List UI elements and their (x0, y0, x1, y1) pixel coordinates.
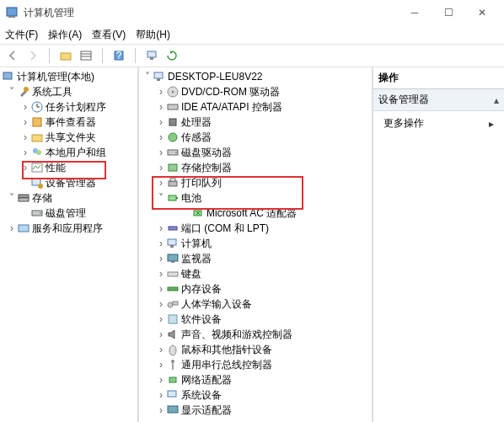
collapse-icon[interactable]: ˅ (142, 71, 153, 83)
device-category[interactable]: ›传感器 (139, 130, 372, 145)
device-label: 键盘 (181, 267, 201, 281)
menu-help[interactable]: 帮助(H) (136, 28, 170, 42)
device-category[interactable]: ˅电池 (139, 190, 372, 206)
device-category[interactable]: ›声音、视频和游戏控制器 (139, 327, 372, 342)
device-category[interactable]: ›鼠标和其他指针设备 (139, 342, 372, 357)
close-button[interactable]: ✕ (465, 0, 499, 25)
device-root[interactable]: ˅ DESKTOP-LEU8V22 (139, 69, 372, 84)
expand-icon[interactable]: › (156, 359, 166, 371)
svg-rect-16 (32, 135, 42, 142)
expand-icon[interactable]: › (156, 101, 166, 113)
minimize-button[interactable]: ─ (398, 0, 432, 25)
menu-view[interactable]: 查看(V) (92, 28, 126, 42)
expand-icon[interactable]: › (156, 268, 166, 280)
device-category[interactable]: ›端口 (COM 和 LPT) (139, 221, 372, 236)
device-category[interactable]: Microsoft AC 适配器 (139, 206, 372, 221)
device-category[interactable]: ›IDE ATA/ATAPI 控制器 (139, 99, 372, 115)
device-category[interactable]: ›DVD/CD-ROM 驱动器 (139, 84, 372, 99)
actions-subheader[interactable]: 设备管理器 ▴ (373, 89, 504, 111)
svg-point-21 (38, 184, 43, 189)
device-category[interactable]: ›通用串行总线控制器 (139, 357, 372, 372)
expand-icon[interactable]: › (156, 131, 166, 143)
expand-icon[interactable]: › (156, 238, 166, 249)
expand-icon[interactable]: › (156, 147, 166, 158)
expand-icon[interactable]: › (156, 253, 166, 264)
expand-icon[interactable]: › (156, 389, 166, 401)
tree-shared-folders[interactable]: › 共享文件夹 (0, 130, 137, 145)
device-category[interactable]: ›软件设备 (139, 312, 372, 327)
computer-mgmt-icon (2, 70, 15, 83)
tree-performance[interactable]: › 性能 (0, 160, 137, 175)
expand-icon[interactable]: › (156, 116, 166, 128)
svg-rect-27 (154, 72, 163, 78)
device-category[interactable]: ›磁盘驱动器 (139, 145, 372, 160)
expand-icon[interactable]: › (156, 404, 166, 416)
menu-action[interactable]: 操作(A) (48, 28, 82, 42)
folder-icon[interactable] (58, 48, 73, 63)
expand-icon[interactable]: › (156, 313, 166, 325)
device-label: 打印队列 (181, 176, 222, 190)
expand-icon[interactable]: › (20, 101, 30, 113)
help-icon[interactable]: ? (111, 48, 126, 63)
device-label: 通用串行总线控制器 (181, 358, 272, 372)
device-category[interactable]: ›存储控制器 (139, 160, 372, 175)
list-icon[interactable] (78, 48, 94, 63)
left-tree[interactable]: 计算机管理(本地) ˅ 系统工具 › 任务计划程序 › 事件查看器 › 共享文件… (0, 67, 139, 422)
users-icon (30, 146, 44, 159)
tree-disk-mgmt[interactable]: 磁盘管理 (0, 206, 137, 221)
computer-icon[interactable] (144, 48, 159, 63)
dropdown-icon[interactable]: ▴ (494, 94, 499, 106)
device-icon (191, 206, 205, 220)
tree-root[interactable]: 计算机管理(本地) (0, 69, 137, 84)
device-category[interactable]: ›网络适配器 (139, 372, 372, 387)
tree-local-users[interactable]: › 本地用户和组 (0, 145, 137, 160)
menu-file[interactable]: 文件(F) (5, 28, 38, 42)
collapse-icon[interactable]: ˅ (7, 192, 17, 204)
device-category[interactable]: ›计算机 (139, 236, 372, 251)
refresh-icon[interactable] (164, 48, 180, 63)
svg-rect-46 (171, 261, 174, 263)
forward-icon[interactable] (25, 48, 40, 63)
device-root-label: DESKTOP-LEU8V22 (168, 71, 263, 83)
expand-icon[interactable]: › (20, 131, 30, 143)
tree-label: 服务和应用程序 (32, 222, 103, 236)
collapse-icon[interactable]: ˅ (7, 86, 17, 98)
device-category[interactable]: ›系统设备 (139, 387, 372, 403)
svg-rect-26 (19, 225, 29, 232)
expand-icon[interactable]: › (156, 86, 166, 98)
expand-icon[interactable]: › (156, 344, 166, 355)
actions-header: 操作 (373, 67, 504, 89)
tree-storage[interactable]: ˅ 存储 (0, 190, 137, 206)
expand-icon[interactable]: › (156, 298, 166, 310)
device-category[interactable]: ›显示适配器 (139, 403, 372, 418)
maximize-button[interactable]: ☐ (432, 0, 465, 25)
expand-icon[interactable]: › (20, 116, 30, 128)
more-actions[interactable]: 更多操作 ▸ (373, 111, 504, 136)
expand-icon[interactable]: › (7, 222, 17, 234)
device-category[interactable]: ›监视器 (139, 251, 372, 266)
svg-point-49 (168, 302, 173, 307)
device-category[interactable]: ›打印队列 (139, 175, 372, 190)
expand-icon[interactable]: › (20, 162, 30, 174)
tree-task-scheduler[interactable]: › 任务计划程序 (0, 99, 137, 115)
expand-icon[interactable]: › (20, 147, 30, 158)
expand-icon[interactable]: › (156, 374, 166, 386)
expand-icon[interactable]: › (156, 162, 166, 174)
expand-icon[interactable]: › (156, 222, 166, 234)
tree-services[interactable]: › 服务和应用程序 (0, 221, 137, 236)
device-category[interactable]: ›处理器 (139, 115, 372, 130)
center-tree[interactable]: ˅ DESKTOP-LEU8V22 ›DVD/CD-ROM 驱动器›IDE AT… (139, 67, 373, 422)
device-category[interactable]: ›内存设备 (139, 281, 372, 296)
device-category[interactable]: ›键盘 (139, 266, 372, 281)
tree-event-viewer[interactable]: › 事件查看器 (0, 115, 137, 130)
expand-icon[interactable]: › (156, 329, 166, 340)
expand-icon[interactable]: › (156, 177, 166, 189)
svg-point-35 (175, 152, 177, 153)
expand-icon[interactable]: › (156, 283, 166, 295)
expand-icon[interactable]: ˅ (156, 192, 166, 204)
back-icon[interactable] (5, 48, 20, 63)
device-category[interactable]: ›人体学输入设备 (139, 296, 372, 312)
tree-system-tools[interactable]: ˅ 系统工具 (0, 84, 137, 99)
event-icon (30, 115, 44, 129)
tree-device-manager[interactable]: 设备管理器 (0, 175, 137, 190)
